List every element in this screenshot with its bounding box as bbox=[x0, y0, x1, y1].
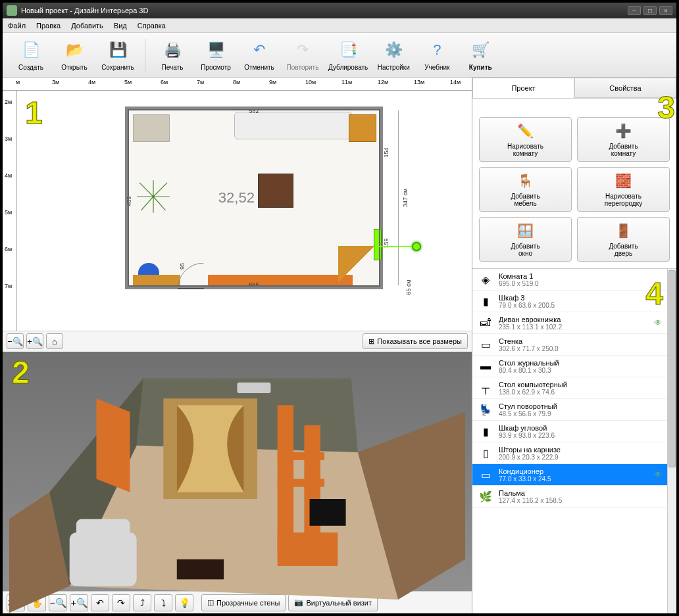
visibility-icon[interactable]: 👁 bbox=[654, 470, 662, 479]
zoom-in-button[interactable]: +🔍 bbox=[26, 333, 43, 349]
object-item[interactable]: ▭Стенка302.6 x 71.7 x 250.0 bbox=[472, 334, 667, 356]
scrollbar[interactable] bbox=[667, 269, 676, 613]
toolbar-Печать[interactable]: 🖨️Печать bbox=[155, 39, 190, 71]
tab-properties[interactable]: Свойства bbox=[574, 78, 676, 98]
object-icon: 🛋 bbox=[478, 315, 493, 331]
object-item[interactable]: 🌿Пальма127.4 x 116.2 x 158.5 bbox=[472, 486, 667, 508]
object-item[interactable]: ▬Стол журнальный80.4 x 80.1 x 30.3 bbox=[472, 356, 667, 377]
action-Добавить-дверь[interactable]: 🚪Добавитьдверь bbox=[577, 217, 670, 262]
toolbar-Учебник[interactable]: ?Учебник bbox=[419, 39, 455, 71]
toolbar-Настройки[interactable]: ⚙️Настройки bbox=[376, 39, 411, 71]
dim-95: 95 bbox=[179, 263, 186, 270]
view-3d[interactable]: 2 bbox=[3, 352, 472, 592]
object-icon: ┬ bbox=[478, 380, 493, 396]
menu-file[interactable]: Файл bbox=[8, 22, 26, 30]
object-list: 4 ◈Комната 1695.0 x 519.0▮Шкаф 379.0 x 6… bbox=[472, 268, 676, 613]
action-Нарисовать-перегородку[interactable]: 🧱Нарисоватьперегородку bbox=[577, 167, 670, 212]
app-icon bbox=[7, 5, 17, 16]
right-pane: Проект Свойства 3 ✏️Нарисоватькомнату➕До… bbox=[472, 78, 676, 613]
menu-view[interactable]: Вид bbox=[114, 22, 127, 30]
Открыть-icon: 📂 bbox=[63, 39, 86, 61]
toolbar-Дублировать[interactable]: 📑Дублировать bbox=[328, 39, 368, 71]
sofa-top[interactable] bbox=[234, 112, 353, 139]
app-window: Новый проект - Дизайн Интерьера 3D − □ ×… bbox=[0, 0, 679, 616]
menu-edit[interactable]: Правка bbox=[36, 22, 61, 30]
ruler-horizontal: м3м4м5м6м7м8м9м10м11м12м13м14м bbox=[3, 78, 472, 91]
dim-489: 489 bbox=[126, 196, 132, 206]
svg-marker-17 bbox=[96, 398, 130, 492]
Повторить-icon: ↷ bbox=[291, 39, 314, 61]
object-icon: ▬ bbox=[478, 358, 493, 374]
maximize-button[interactable]: □ bbox=[643, 6, 657, 15]
action-Добавить-мебель[interactable]: 🪑Добавитьмебель bbox=[479, 167, 572, 212]
svg-rect-12 bbox=[278, 532, 338, 565]
dim-154: 154 bbox=[382, 147, 389, 157]
content: м3м4м5м6м7м8м9м10м11м12м13м14м 2м3м4м5м6… bbox=[3, 78, 676, 613]
action-Добавить-комнату[interactable]: ➕Добавитькомнату bbox=[577, 117, 670, 162]
palm-plant[interactable] bbox=[133, 176, 174, 217]
toolbar-Сохранить[interactable]: 💾Сохранить bbox=[100, 39, 136, 71]
toolbar-Просмотр[interactable]: 🖥️Просмотр bbox=[198, 39, 234, 71]
wall-unit[interactable] bbox=[208, 275, 353, 285]
Просмотр-icon: 🖥️ bbox=[205, 39, 227, 61]
tab-project[interactable]: Проект bbox=[472, 78, 574, 98]
object-item[interactable]: ┬Стол компьютерный138.0 x 62.9 x 74.6 bbox=[472, 377, 667, 399]
ruler-vertical: 2м3м4м5м6м7м bbox=[3, 91, 17, 331]
Сохранить-icon: 💾 bbox=[107, 39, 129, 61]
object-item[interactable]: ▯Шторы на карнизе200.9 x 20.3 x 222.9 bbox=[472, 442, 667, 464]
air-conditioner[interactable] bbox=[374, 229, 382, 260]
scroll-thumb[interactable] bbox=[668, 270, 676, 467]
annotation-1: 1 bbox=[25, 95, 43, 131]
selection-handle[interactable] bbox=[412, 242, 421, 251]
home-button[interactable]: ⌂ bbox=[46, 333, 63, 349]
menu-add[interactable]: Добавить bbox=[71, 22, 103, 30]
object-item[interactable]: ◈Комната 1695.0 x 519.0 bbox=[472, 269, 667, 291]
object-item[interactable]: 💺Стул поворотный48.5 x 56.6 x 79.9 bbox=[472, 399, 667, 421]
svg-rect-13 bbox=[310, 499, 346, 526]
Отменить-icon: ↶ bbox=[248, 39, 270, 61]
wardrobe-corner[interactable] bbox=[133, 114, 170, 142]
coffee-table[interactable] bbox=[258, 174, 293, 208]
svg-rect-16 bbox=[177, 559, 224, 579]
action-Нарисовать-комнату[interactable]: ✏️Нарисоватькомнату bbox=[479, 117, 572, 162]
plan-canvas[interactable]: 1 32,52 bbox=[17, 91, 472, 331]
object-icon: ▯ bbox=[478, 445, 493, 461]
toolbar-Повторить[interactable]: ↷Повторить bbox=[285, 39, 320, 71]
toolbar-Создать[interactable]: 📄Создать bbox=[13, 39, 49, 71]
object-icon: ▮ bbox=[478, 423, 493, 439]
corner-wardrobe[interactable] bbox=[338, 246, 375, 283]
zoom-out-button[interactable]: −🔍 bbox=[7, 333, 24, 349]
room-outline[interactable]: 32,52 bbox=[125, 107, 383, 289]
dim-bottom: 665 bbox=[249, 281, 259, 288]
menu-help[interactable]: Справка bbox=[138, 22, 166, 30]
plan-toolbar: −🔍 +🔍 ⌂ ⊞ Показывать все размеры bbox=[3, 331, 472, 352]
object-item[interactable]: ▮Шкаф 379.0 x 63.6 x 200.5 bbox=[472, 291, 667, 312]
object-icon: ▭ bbox=[478, 467, 493, 483]
panel-actions: ✏️Нарисоватькомнату➕Добавитькомнату🪑Доба… bbox=[472, 99, 676, 268]
titlebar: Новый проект - Дизайн Интерьера 3D − □ × bbox=[3, 3, 676, 18]
minimize-button[interactable]: − bbox=[628, 6, 641, 15]
object-item[interactable]: ▮Шкаф угловой93.9 x 93.8 x 223.6 bbox=[472, 421, 667, 442]
left-pane: м3м4м5м6м7м8м9м10м11м12м13м14м 2м3м4м5м6… bbox=[3, 78, 472, 613]
toolbar-Купить[interactable]: 🛒Купить bbox=[463, 39, 498, 71]
menubar: Файл Правка Добавить Вид Справка bbox=[3, 18, 676, 33]
desk[interactable] bbox=[133, 275, 180, 285]
object-icon: 💺 bbox=[478, 402, 493, 417]
object-item[interactable]: 🛋Диван еврокнижка235.1 x 113.1 x 102.2👁 bbox=[472, 312, 667, 334]
action-Добавить-окно[interactable]: 🪟Добавитьокно bbox=[479, 217, 572, 262]
dim-65: 65 см bbox=[405, 279, 411, 295]
object-item[interactable]: ▭Кондиционер77.0 x 33.0 x 24.5👁 bbox=[472, 464, 667, 486]
Настройки-icon: ⚙️ bbox=[382, 39, 405, 61]
wardrobe-right[interactable] bbox=[349, 114, 376, 142]
close-button[interactable]: × bbox=[659, 6, 672, 15]
toolbar-Открыть[interactable]: 📂Открыть bbox=[57, 39, 92, 71]
window-title: Новый проект - Дизайн Интерьера 3D bbox=[21, 7, 148, 14]
Дублировать-icon: 📑 bbox=[337, 39, 359, 61]
visibility-icon[interactable]: 👁 bbox=[654, 318, 662, 327]
chair[interactable] bbox=[138, 263, 159, 283]
show-all-dimensions-button[interactable]: ⊞ Показывать все размеры bbox=[363, 333, 468, 349]
door-arc[interactable] bbox=[178, 263, 208, 289]
toolbar-Отменить[interactable]: ↶Отменить bbox=[241, 39, 277, 71]
main-toolbar: 📄Создать📂Открыть💾Сохранить🖨️Печать🖥️Прос… bbox=[3, 33, 676, 78]
object-icon: ▭ bbox=[478, 337, 493, 352]
